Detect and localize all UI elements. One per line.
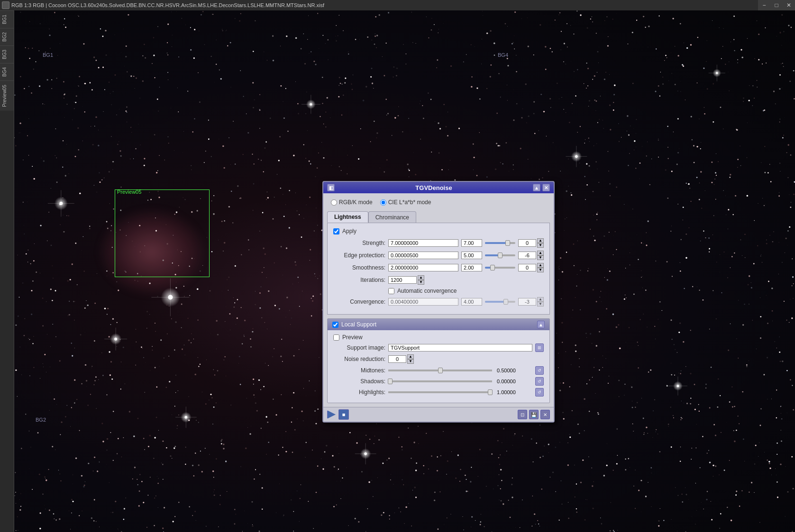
rgb-k-mode-option[interactable]: RGB/K mode <box>331 199 373 206</box>
ls-preview-row: Preview <box>333 334 544 341</box>
strength-spin-up[interactable]: ▲ <box>537 238 544 243</box>
apply-label: Apply <box>342 228 356 234</box>
strength-spin[interactable] <box>518 239 536 247</box>
edge-protection-slider[interactable] <box>485 254 515 256</box>
sidebar-item-bg3[interactable]: BG3 <box>0 45 14 63</box>
minimize-button[interactable]: − <box>758 0 770 10</box>
edge-protection-spin[interactable] <box>518 252 536 259</box>
cie-mode-option[interactable]: CIE L*a*b* mode <box>380 199 431 206</box>
convergence-slider[interactable] <box>485 301 515 303</box>
iterations-spin-up[interactable]: ▲ <box>418 275 424 280</box>
highlights-reset-button[interactable]: ↺ <box>535 388 544 397</box>
strength-label: Strength: <box>333 240 385 246</box>
noise-reduction-spin-up[interactable]: ▲ <box>407 354 414 359</box>
save-button[interactable]: 💾 <box>529 410 539 419</box>
sidebar-item-bg4[interactable]: BG4 <box>0 63 14 81</box>
convergence-spin[interactable] <box>518 298 536 306</box>
ls-preview-checkbox[interactable] <box>333 334 339 341</box>
shadows-label: Shadows: <box>333 378 385 385</box>
noise-reduction-spin-group: ▲ ▼ <box>388 354 414 364</box>
apply-checkbox[interactable] <box>333 228 339 234</box>
sidebar-item-bg2[interactable]: BG2 <box>0 28 14 45</box>
midtones-value: 0.50000 <box>497 368 532 373</box>
bg-label-4: BG4 <box>498 52 508 58</box>
app-icon <box>2 1 9 9</box>
edge-protection-value1[interactable] <box>388 252 458 259</box>
iterations-value[interactable] <box>388 276 417 284</box>
shadows-row: Shadows: 0.00000 ↺ <box>333 377 544 386</box>
mode-selection-row: RGB/K mode CIE L*a*b* mode <box>327 197 550 207</box>
shadows-slider[interactable] <box>388 380 492 382</box>
execute-button[interactable] <box>327 410 336 419</box>
convergence-spin-up[interactable]: ▲ <box>537 297 544 302</box>
noise-reduction-input[interactable] <box>388 355 406 363</box>
edge-protection-row: Edge protection: ▲ ▼ <box>333 251 544 260</box>
convergence-row: Convergence: ▲ ▼ <box>333 297 544 307</box>
cie-radio[interactable] <box>380 199 386 206</box>
edge-protection-spin-up[interactable]: ▲ <box>537 251 544 255</box>
strength-slider-fill <box>485 242 508 244</box>
new-instance-button[interactable]: ⊡ <box>518 410 527 419</box>
shadows-reset-button[interactable]: ↺ <box>535 377 544 386</box>
preview-square-button[interactable]: ■ <box>338 409 349 420</box>
close-window-button[interactable]: ✕ <box>783 0 795 10</box>
smoothness-slider[interactable] <box>485 267 515 269</box>
local-support-collapse-button[interactable]: ▲ <box>537 321 545 328</box>
edge-protection-value2[interactable] <box>461 252 482 259</box>
maximize-button[interactable]: □ <box>770 0 783 10</box>
dialog-icon-1[interactable]: ◧ <box>327 184 335 191</box>
support-image-input[interactable] <box>388 344 532 352</box>
auto-convergence-checkbox[interactable] <box>388 288 394 294</box>
tab-lightness[interactable]: Lightness <box>327 211 368 223</box>
rgb-k-radio[interactable] <box>331 199 337 206</box>
convergence-value1[interactable] <box>388 298 458 306</box>
dialog-title-text: TGVDenoise <box>415 184 452 191</box>
sidebar-item-preview05[interactable]: Preview05 <box>0 81 14 111</box>
title-bar: RGB 1:3 RGB | Cocoon OSC.L3.60x240s.Solv… <box>0 0 795 10</box>
strength-spin-down[interactable]: ▼ <box>537 243 544 248</box>
dialog-footer-close-button[interactable]: ✕ <box>540 410 550 419</box>
auto-convergence-row: Automatic convergence <box>333 288 544 294</box>
iterations-label: Iterations: <box>333 277 385 283</box>
dialog-footer: ■ ⊡ 💾 ✕ <box>323 407 554 422</box>
bg-label-1: BG1 <box>43 52 53 58</box>
strength-slider[interactable] <box>485 242 515 244</box>
window-title: RGB 1:3 RGB | Cocoon OSC.L3.60x240s.Solv… <box>11 2 324 8</box>
side-panel: BG1 BG2 BG3 BG4 Preview05 <box>0 10 14 532</box>
smoothness-spin-up[interactable]: ▲ <box>537 263 544 268</box>
dialog-close-button[interactable]: ✕ <box>542 184 550 191</box>
smoothness-value1[interactable] <box>388 264 458 271</box>
strength-value2[interactable] <box>461 239 482 247</box>
smoothness-spin-group: ▲ ▼ <box>518 263 544 272</box>
strength-row: Strength: ▲ ▼ <box>333 238 544 248</box>
highlights-slider[interactable] <box>388 391 492 393</box>
iterations-spin-down[interactable]: ▼ <box>418 280 424 285</box>
cie-label: CIE L*a*b* mode <box>388 199 431 206</box>
smoothness-spin-down[interactable]: ▼ <box>537 268 544 272</box>
highlights-value: 1.00000 <box>497 389 532 395</box>
noise-reduction-label: Noise reduction: <box>333 356 385 362</box>
convergence-value2[interactable] <box>461 298 482 306</box>
tab-chrominance[interactable]: Chrominance <box>368 211 416 223</box>
midtones-row: Midtones: 0.50000 ↺ <box>333 366 544 375</box>
smoothness-value2[interactable] <box>461 264 482 271</box>
support-image-browse-button[interactable]: ⊞ <box>535 343 544 352</box>
local-support-header: Local Support ▲ <box>328 319 549 330</box>
convergence-spin-down[interactable]: ▼ <box>537 302 544 307</box>
convergence-spin-group: ▲ ▼ <box>518 297 544 307</box>
highlights-row: Highlights: 1.00000 ↺ <box>333 388 544 397</box>
local-support-checkbox[interactable] <box>332 322 338 328</box>
strength-value1[interactable] <box>388 239 458 247</box>
sidebar-item-bg1[interactable]: BG1 <box>0 10 14 28</box>
iterations-row: Iterations: ▲ ▼ <box>333 275 544 285</box>
strength-slider-thumb <box>505 240 510 246</box>
noise-reduction-spin-down[interactable]: ▼ <box>407 359 414 364</box>
dialog-expand-button[interactable]: ▲ <box>533 184 540 191</box>
edge-protection-spin-down[interactable]: ▼ <box>537 255 544 260</box>
convergence-slider-fill <box>485 301 506 303</box>
dialog-title-bar: ◧ TGVDenoise ▲ ✕ <box>323 182 554 193</box>
smoothness-spin[interactable] <box>518 264 536 271</box>
strength-spin-group: ▲ ▼ <box>518 238 544 248</box>
midtones-slider[interactable] <box>388 370 492 371</box>
midtones-reset-button[interactable]: ↺ <box>535 366 544 375</box>
